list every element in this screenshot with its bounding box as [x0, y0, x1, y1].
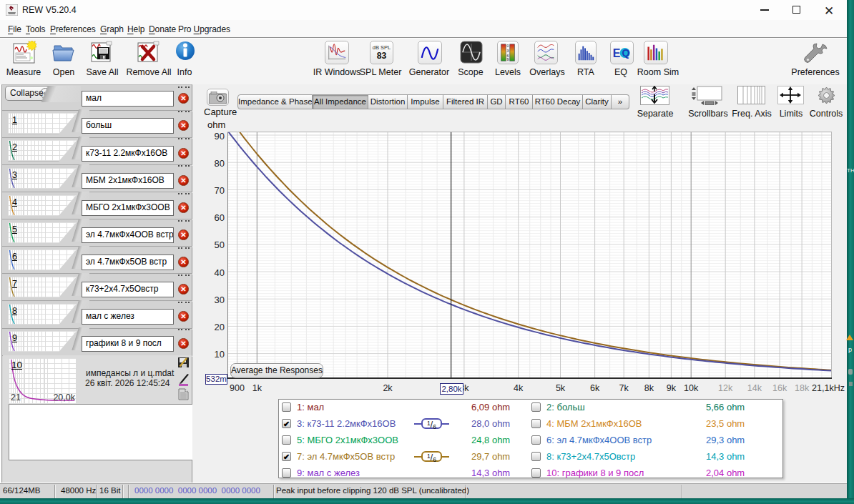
svg-text:Q: Q: [622, 47, 630, 59]
svg-text:E: E: [613, 47, 621, 59]
svg-text:83: 83: [377, 51, 387, 61]
svg-text:0: 0: [507, 44, 509, 49]
svg-text:dB SPL: dB SPL: [373, 44, 391, 51]
svg-text:3: 3: [507, 49, 509, 53]
svg-text:9: 9: [507, 57, 509, 61]
